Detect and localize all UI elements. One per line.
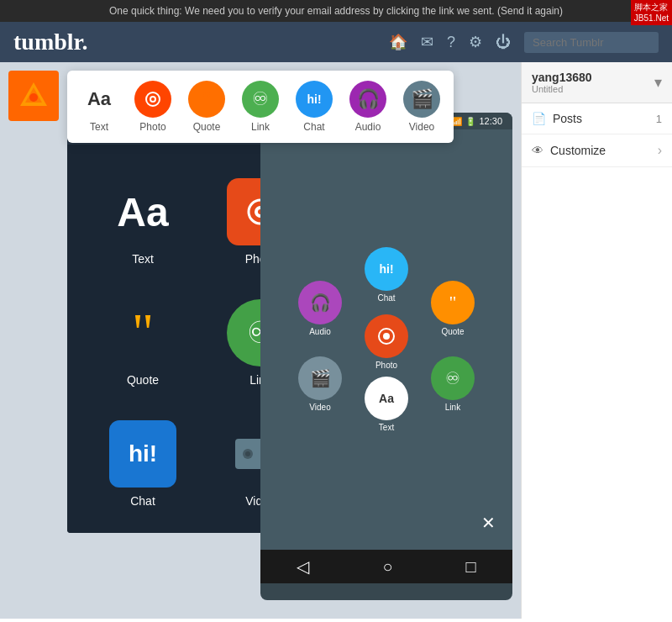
video-label: Video — [409, 121, 434, 133]
circle-photo[interactable]: Photo — [365, 314, 408, 370]
sidebar-posts-count: 1 — [656, 113, 662, 125]
phone-screen: hi! Chat 🎧 Audio " Quote — [260, 129, 512, 550]
circle-chat[interactable]: hi! Chat — [365, 247, 408, 303]
quote-label: Quote — [193, 121, 221, 133]
android-text-label: Text — [132, 252, 154, 266]
link-icon: ♾ — [242, 81, 279, 118]
svg-point-12 — [245, 451, 250, 456]
main-content: Aa Text Photo " Quote ♾ Link — [0, 62, 672, 619]
sidebar-customize-label: 👁 Customize — [532, 144, 606, 157]
post-type-audio[interactable]: 🎧 Audio — [349, 81, 386, 133]
logo[interactable]: tumblr. — [13, 29, 87, 55]
link-circle-icon: ♾ — [431, 356, 475, 400]
sidebar-posts-row[interactable]: 📄 Posts 1 — [522, 103, 672, 134]
search-input[interactable] — [524, 32, 659, 53]
text-circle-icon: Aa — [365, 377, 408, 420]
post-type-quote[interactable]: " Quote — [188, 81, 225, 133]
chat-circle-icon: hi! — [365, 247, 408, 291]
sidebar-username: yang13680 — [532, 71, 592, 84]
quote-circle-label: Quote — [441, 327, 464, 336]
notification-bar: One quick thing: We need you to verify y… — [0, 0, 672, 22]
settings-icon[interactable]: ⚙ — [469, 33, 482, 51]
chat-icon: hi! — [296, 81, 333, 118]
phone-time: 12:30 — [479, 116, 502, 126]
text-circle-label: Text — [379, 423, 394, 432]
back-button[interactable]: ◁ — [297, 556, 309, 577]
circle-link[interactable]: ♾ Link — [431, 356, 475, 412]
notification-text: One quick thing: We need you to verify y… — [109, 5, 563, 17]
blog-avatar — [8, 71, 59, 121]
post-type-photo[interactable]: Photo — [134, 81, 171, 133]
post-toolbar: Aa Text Photo " Quote ♾ Link — [67, 71, 454, 143]
android-chat-icon: hi! — [109, 420, 176, 488]
sidebar-header: yang13680 Untitled ▾ — [522, 62, 672, 103]
circular-menu: hi! Chat 🎧 Audio " Quote — [294, 247, 479, 432]
content-area: Aa Text Photo " Quote ♾ Link — [0, 62, 521, 619]
home-icon[interactable]: 🏠 — [389, 33, 407, 51]
svg-point-2 — [29, 93, 38, 102]
android-quote-label: Quote — [127, 373, 159, 387]
watermark: 脚本之家 JB51.Net — [631, 0, 672, 25]
home-button[interactable]: ○ — [382, 557, 392, 577]
video-circle-label: Video — [309, 403, 330, 412]
header: tumblr. 🏠 ✉ ? ⚙ ⏻ — [0, 22, 672, 62]
android-item-chat[interactable]: hi! Chat — [84, 403, 202, 524]
posts-icon: 📄 — [532, 112, 546, 125]
mail-icon[interactable]: ✉ — [421, 33, 433, 51]
text-label: Text — [90, 121, 108, 133]
link-circle-label: Link — [445, 403, 460, 412]
circle-audio[interactable]: 🎧 Audio — [298, 281, 342, 336]
eye-icon: 👁 — [532, 144, 543, 157]
android-chat-label: Chat — [130, 494, 155, 508]
phone-nav-bar: ◁ ○ □ — [260, 550, 512, 583]
sidebar-blog-name: Untitled — [532, 84, 592, 94]
sidebar-expand-icon[interactable]: ▾ — [654, 73, 662, 92]
quote-icon: " — [188, 81, 225, 118]
sidebar-customize-chevron: › — [658, 143, 662, 158]
photo-icon — [134, 81, 171, 118]
photo-label: Photo — [139, 121, 165, 133]
sidebar-posts-label: 📄 Posts — [532, 112, 582, 125]
power-icon[interactable]: ⏻ — [496, 34, 511, 51]
audio-circle-label: Audio — [309, 327, 331, 336]
android-item-quote[interactable]: " Quote — [84, 282, 202, 403]
post-type-chat[interactable]: hi! Chat — [296, 81, 333, 133]
sidebar-customize-row[interactable]: 👁 Customize › — [522, 134, 672, 167]
post-type-text[interactable]: Aa Text — [81, 81, 118, 133]
recent-button[interactable]: □ — [465, 557, 475, 577]
android-quote-icon: " — [109, 299, 176, 366]
post-type-link[interactable]: ♾ Link — [242, 81, 279, 133]
svg-point-14 — [383, 333, 390, 340]
post-type-video[interactable]: 🎬 Video — [403, 81, 440, 133]
circle-quote[interactable]: " Quote — [431, 281, 475, 336]
audio-icon: 🎧 — [349, 81, 386, 118]
link-label: Link — [251, 121, 270, 133]
android-text-icon: Aa — [109, 178, 176, 245]
circle-text[interactable]: Aa Text — [365, 377, 408, 432]
help-icon[interactable]: ? — [447, 34, 455, 51]
sidebar-user-info: yang13680 Untitled — [532, 71, 592, 94]
android-right-panel: ▼ 📶 🔋 12:30 hi! Chat 🎧 Audio — [260, 113, 512, 600]
quote-circle-icon: " — [431, 281, 475, 324]
chat-circle-label: Chat — [377, 293, 395, 303]
header-icons: 🏠 ✉ ? ⚙ ⏻ — [389, 33, 511, 51]
audio-label: Audio — [355, 121, 381, 133]
chat-label: Chat — [303, 121, 324, 133]
audio-circle-icon: 🎧 — [298, 281, 342, 324]
video-circle-icon: 🎬 — [298, 356, 342, 400]
svg-point-5 — [151, 98, 155, 101]
text-icon: Aa — [81, 81, 118, 118]
circle-video[interactable]: 🎬 Video — [298, 356, 342, 412]
android-item-text[interactable]: Aa Text — [84, 161, 202, 282]
photo-circle-label: Photo — [375, 361, 397, 370]
close-circle-button[interactable]: ✕ — [481, 513, 496, 533]
photo-circle-icon — [365, 314, 408, 358]
right-sidebar: yang13680 Untitled ▾ 📄 Posts 1 👁 Customi… — [521, 62, 672, 619]
video-icon: 🎬 — [403, 81, 440, 118]
